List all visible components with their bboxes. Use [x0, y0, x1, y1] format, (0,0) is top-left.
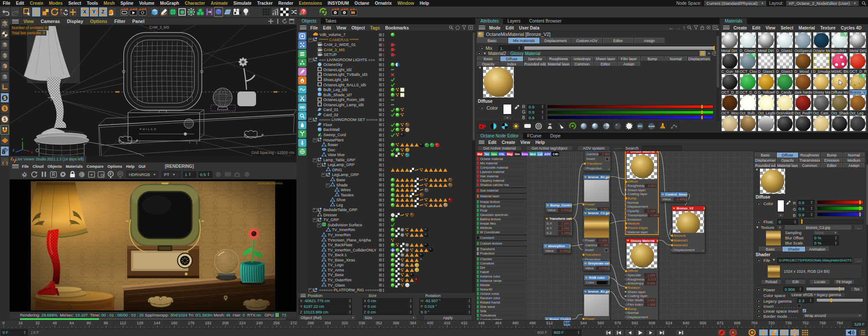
pen-tool-icon[interactable] — [159, 7, 168, 17]
od-tag[interactable] — [400, 113, 404, 117]
visibility-toggles[interactable] — [379, 272, 384, 277]
tri-tag[interactable] — [410, 188, 414, 192]
material-name-label[interactable]: Oct_Leg — [849, 111, 867, 115]
np-gamma-value[interactable]: 2.3▲▼ — [797, 298, 814, 303]
tri-tag[interactable] — [434, 198, 438, 202]
node-editor-menu-help[interactable]: Help — [533, 140, 548, 145]
material-thumb-c-gun-met[interactable] — [721, 53, 738, 69]
node-bronze-c2-jpg[interactable]: bronze_C2.jpgPower0.906Gamma2.300InvertT… — [583, 210, 610, 262]
object-tags[interactable] — [391, 217, 395, 222]
node-rgb-color[interactable]: RGB colorColor — [584, 275, 610, 285]
mat2-tab-common[interactable]: Common — [571, 62, 593, 66]
visibility-toggles[interactable] — [379, 227, 384, 232]
node-type-hair-material[interactable]: Hair material — [477, 174, 526, 178]
object-row-bulb-shade-id7[interactable]: Bulb_Shade_id7 — [307, 92, 475, 98]
visibility-toggles[interactable] — [379, 267, 384, 273]
material-thumb-row5-1[interactable] — [740, 115, 756, 131]
connected-pin[interactable] — [625, 308, 627, 310]
od-tag[interactable] — [395, 93, 400, 97]
visibility-toggles[interactable] — [379, 132, 384, 137]
chip-gen[interactable]: Gen — [490, 152, 498, 156]
object-row-subdivision-surface[interactable]: Subdivision Surface — [307, 222, 475, 228]
material-ball-tag[interactable] — [424, 228, 429, 232]
tri-tag[interactable] — [400, 193, 404, 197]
material-name-label[interactable]: D_Smudges — [813, 69, 830, 74]
visibility-toggles[interactable] — [379, 117, 384, 122]
gs-tag[interactable] — [395, 123, 400, 127]
visibility-toggles[interactable] — [379, 147, 384, 153]
viewport-dolly-icon[interactable] — [275, 19, 280, 24]
od-tag[interactable] — [395, 88, 400, 92]
mat2-tab-roughness[interactable]: Roughness — [547, 56, 570, 61]
material-thumb-d-glass2[interactable] — [740, 32, 756, 48]
material-preview[interactable]: ▼ — [483, 67, 514, 98]
particles-strip-icon[interactable] — [298, 41, 306, 49]
visibility-toggles[interactable] — [379, 232, 384, 238]
tab-content-browser[interactable]: Content Browser — [525, 18, 566, 24]
material-name-label[interactable]: OCT_Wood — [721, 111, 739, 115]
material-menu-create[interactable]: Create — [731, 26, 750, 30]
np-scrollbar[interactable] — [866, 151, 868, 320]
menu-mograph[interactable]: MoGraph — [157, 1, 182, 6]
gs-tag[interactable] — [391, 203, 395, 207]
object-row-tv-arms[interactable]: TV_Arms — [307, 267, 475, 273]
tri-tag[interactable] — [410, 258, 414, 262]
coord-field-x[interactable]: X-60621.775 cm▲▼ — [299, 298, 352, 303]
visibility-toggles[interactable] — [379, 152, 384, 157]
material-name-label[interactable]: BlendMix — [831, 49, 848, 53]
object-tags[interactable] — [391, 227, 429, 232]
material-menu-select[interactable]: Select — [778, 26, 796, 30]
tri-tag[interactable] — [395, 188, 400, 192]
viewer-scale-field[interactable]: 1▲▼ — [183, 171, 196, 178]
chkr-tag[interactable] — [395, 268, 400, 272]
viewport-burger-icon[interactable] — [12, 20, 19, 23]
object-tags[interactable] — [391, 262, 419, 267]
node-bump-control[interactable]: Bump_ControlValue0.200 — [545, 202, 572, 213]
chkr-tag[interactable] — [395, 213, 400, 217]
node-type-float[interactable]: Float — [477, 209, 526, 212]
tri-tag[interactable] — [410, 178, 414, 182]
object-tags[interactable] — [391, 202, 448, 208]
np-power-value[interactable]: 0.906▲▼ — [783, 287, 803, 292]
coord-field-x[interactable]: X0 cm▲▼ — [362, 298, 413, 303]
node-type-octane-material[interactable]: Octane material — [477, 157, 526, 161]
od-tag[interactable] — [405, 233, 409, 237]
np-border-radio[interactable] — [756, 314, 761, 318]
matgrid-tool-icon[interactable] — [262, 7, 271, 17]
chip-lut[interactable]: Lut — [537, 152, 543, 156]
visibility-toggles[interactable] — [379, 217, 384, 222]
emitter-strip-icon[interactable] — [298, 32, 306, 40]
key-parameter-button[interactable]: P — [790, 329, 799, 336]
object-row-tv-innerrim[interactable]: TV_InnerRim — [307, 232, 475, 238]
material-thumb-row5-3[interactable] — [776, 115, 793, 131]
mixmat-tab-basic[interactable]: Basic — [477, 38, 507, 43]
expand-toggle[interactable] — [317, 223, 321, 227]
param-tab-assign[interactable]: Assign — [843, 163, 865, 168]
octane-scatter-icon[interactable] — [567, 121, 578, 131]
menu-tools[interactable]: Tools — [84, 1, 101, 6]
np-power-radio[interactable] — [756, 287, 761, 292]
expand-toggle[interactable] — [309, 38, 312, 42]
chkr-tag[interactable] — [414, 183, 419, 187]
node-bronze-b2-jpg[interactable]: bronze_B2.jpgPowerGamma0.500 — [583, 174, 610, 212]
object-row-tv-glass[interactable]: TV_Glass — [307, 283, 475, 288]
mat2-tab-specular[interactable]: Specular — [524, 56, 546, 61]
previous-frame-button[interactable] — [625, 329, 635, 336]
viewer-resolution-field[interactable]: 0.5▲▼ — [198, 171, 212, 178]
sorange-mode-icon[interactable]: S — [0, 104, 9, 114]
material-thumb-d-glass3[interactable] — [758, 53, 775, 69]
x-tag[interactable] — [391, 73, 395, 77]
object-row-wires[interactable]: Wires — [307, 187, 475, 192]
np-texture-type-dropdown[interactable]: ▼ — [776, 225, 783, 230]
object-tags[interactable] — [391, 152, 410, 157]
material-thumb-msmc-blob[interactable] — [831, 53, 848, 69]
material-thumb-metal-dirt[interactable] — [758, 32, 775, 48]
lv-dim-camera-icon[interactable] — [233, 170, 242, 179]
output-pin[interactable] — [704, 207, 705, 209]
np-b-value[interactable]: 0.9▲▼ — [797, 212, 815, 217]
node-type-attribute[interactable]: Attribute — [477, 226, 526, 230]
chk-tag[interactable] — [391, 223, 395, 227]
gear-tag[interactable] — [400, 253, 404, 257]
object-tags[interactable] — [391, 167, 447, 173]
object-row-flower[interactable]: flower — [307, 142, 475, 147]
